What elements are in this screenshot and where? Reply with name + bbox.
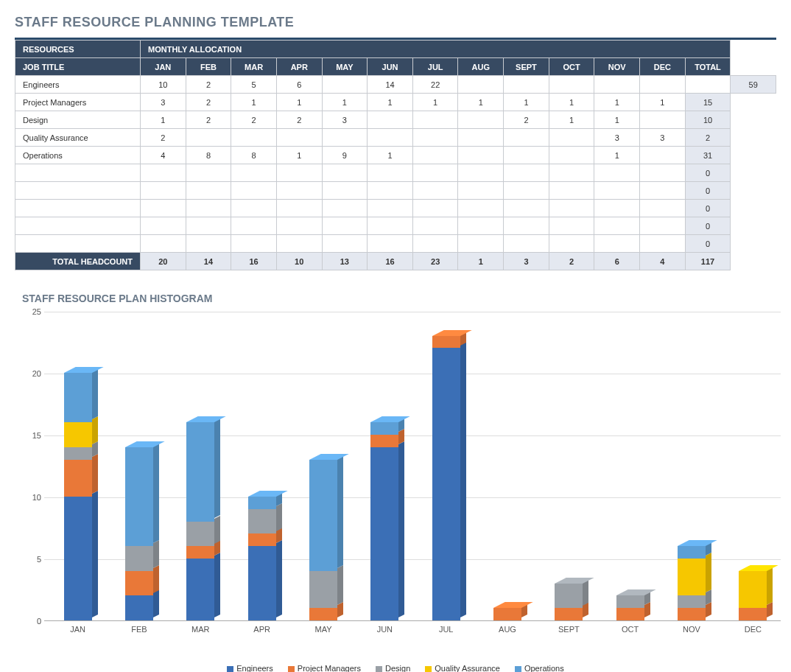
data-cell — [549, 217, 594, 235]
data-cell — [594, 76, 640, 94]
data-cell: 1 — [322, 94, 368, 111]
data-cell — [141, 235, 186, 253]
job-title-cell — [15, 217, 141, 235]
job-title-cell: Project Managers — [15, 94, 141, 111]
data-cell: 1 — [594, 111, 640, 129]
data-cell — [322, 200, 368, 217]
bar-segment — [678, 595, 706, 608]
table-row: Project Managers32111111111115 — [15, 94, 776, 111]
footer-cell: 13 — [322, 253, 368, 270]
data-cell — [504, 235, 549, 253]
footer-cell: 23 — [412, 253, 458, 270]
data-cell — [412, 164, 458, 182]
bar-segment — [309, 571, 337, 608]
data-cell — [549, 129, 594, 147]
footer-cell: 14 — [186, 253, 231, 270]
legend-item: Operations — [515, 664, 564, 672]
data-cell: 3 — [640, 129, 686, 147]
row-total-cell: 15 — [685, 94, 731, 111]
table-row: 0 — [15, 235, 776, 253]
bar-segment — [248, 509, 276, 534]
data-cell — [186, 200, 231, 217]
data-cell — [549, 235, 594, 253]
data-cell: 4 — [141, 147, 186, 164]
data-cell: 22 — [412, 76, 458, 94]
bar-segment — [125, 595, 153, 620]
bar-segment — [493, 608, 521, 620]
month-header: OCT — [549, 58, 594, 76]
data-cell — [368, 129, 413, 147]
data-cell — [458, 164, 504, 182]
data-cell — [322, 182, 368, 200]
data-cell — [322, 235, 368, 253]
data-cell — [458, 200, 504, 217]
data-cell: 2 — [231, 111, 277, 129]
bar-segment — [370, 435, 398, 447]
legend-label: Engineers — [236, 664, 273, 672]
data-cell: 1 — [412, 94, 458, 111]
bar-segment — [125, 447, 153, 546]
legend-label: Design — [385, 664, 410, 672]
data-cell — [276, 129, 322, 147]
legend-item: Quality Assurance — [425, 664, 500, 672]
x-tick: DEC — [745, 625, 762, 634]
data-cell: 5 — [231, 76, 277, 94]
data-cell — [504, 76, 549, 94]
footer-cell: 10 — [276, 253, 322, 270]
job-title-cell — [15, 200, 141, 217]
table-row: Engineers10256142259 — [15, 76, 776, 94]
footer-cell: 16 — [231, 253, 277, 270]
x-tick: MAY — [314, 625, 331, 634]
data-cell — [276, 200, 322, 217]
row-total-cell: 0 — [685, 235, 731, 253]
data-cell — [186, 129, 231, 147]
bar-segment — [64, 373, 92, 422]
bar-segment — [678, 608, 706, 620]
data-cell — [322, 129, 368, 147]
bar-segment — [370, 422, 398, 435]
data-cell: 1 — [549, 111, 594, 129]
bar-segment — [432, 348, 460, 620]
table-row: Quality Assurance2332 — [15, 129, 776, 147]
row-total-cell: 31 — [685, 147, 731, 164]
bar-segment — [370, 447, 398, 620]
x-tick: JAN — [70, 625, 85, 634]
data-cell — [458, 111, 504, 129]
table-row: 0 — [15, 182, 776, 200]
x-tick: FEB — [131, 625, 147, 634]
month-header: APR — [276, 58, 322, 76]
data-cell — [368, 235, 413, 253]
data-cell — [640, 235, 686, 253]
table-row: Design1222321110 — [15, 111, 776, 129]
footer-cell: 16 — [368, 253, 413, 270]
data-cell — [594, 200, 640, 217]
data-cell — [368, 111, 413, 129]
data-cell — [594, 217, 640, 235]
bar-segment — [64, 460, 92, 497]
data-cell: 3 — [594, 129, 640, 147]
bar-segment — [678, 559, 706, 595]
grid-line — [44, 374, 781, 374]
month-header: JAN — [141, 58, 186, 76]
data-cell: 2 — [186, 76, 231, 94]
bar-segment — [64, 497, 92, 620]
legend-swatch — [227, 666, 233, 672]
bar-segment — [125, 546, 153, 571]
data-cell — [368, 217, 413, 235]
chart-area: 0510152025 JANFEBMARAPRMAYJUNJULAUGSEPTO… — [22, 312, 781, 658]
month-header: JUN — [368, 58, 413, 76]
data-cell — [640, 164, 686, 182]
data-cell: 8 — [186, 147, 231, 164]
x-tick: OCT — [622, 625, 639, 634]
job-title-cell — [15, 164, 141, 182]
bar-segment — [309, 460, 337, 571]
data-cell — [231, 129, 277, 147]
data-cell — [231, 182, 277, 200]
bar-segment — [64, 422, 92, 447]
grand-total-cell: 117 — [685, 253, 731, 270]
data-cell — [412, 111, 458, 129]
data-cell: 3 — [141, 94, 186, 111]
y-tick: 15 — [32, 431, 41, 440]
data-cell: 1 — [458, 94, 504, 111]
bar-segment — [432, 336, 460, 349]
